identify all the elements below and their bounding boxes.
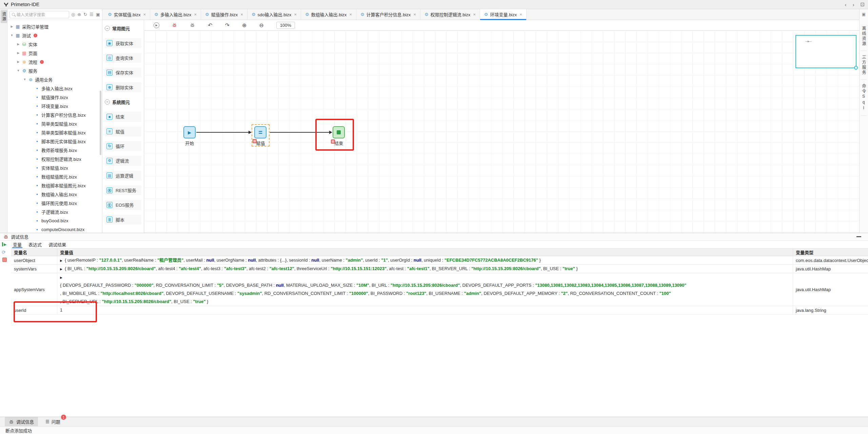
palette-item[interactable]: ⓇREST服务 — [105, 185, 141, 195]
variable-row[interactable]: systemVars▶{ BI_URL : "http://10.15.15.2… — [11, 265, 868, 273]
tree-item[interactable]: ●子逻辑流.bizx — [7, 207, 102, 216]
tree-item[interactable]: ●简单类型脚本赋值.bizx — [7, 128, 102, 137]
expand-arrow-icon[interactable]: ▶ — [17, 51, 20, 55]
nav-back-icon[interactable]: ‹ — [845, 2, 846, 7]
zoom-in-icon[interactable]: ⊕ — [242, 22, 246, 29]
collapse-icon[interactable]: − — [105, 26, 110, 31]
undo-icon[interactable]: ↶ — [208, 22, 212, 29]
palette-item[interactable]: ▥运算逻辑 — [105, 171, 141, 181]
run-icon[interactable]: ▶ — [154, 22, 159, 28]
column-variable-value[interactable]: 变量值 — [57, 249, 793, 256]
zoom-level[interactable]: 100% — [276, 22, 295, 29]
close-icon[interactable]: × — [349, 12, 352, 17]
right-rail-tab[interactable]: 三方服务 — [861, 51, 867, 80]
end-node[interactable] — [333, 126, 345, 138]
collapse-icon[interactable]: − — [105, 99, 110, 105]
close-icon[interactable]: × — [473, 12, 476, 17]
tree-item[interactable]: ●实体赋值.bizx — [7, 163, 102, 172]
close-icon[interactable]: × — [519, 12, 522, 17]
tree-item[interactable]: ●权限控制逻辑流.bizx — [7, 154, 102, 163]
palette-item[interactable]: ⒺEOS服务 — [105, 200, 141, 210]
breakpoint-icon[interactable] — [331, 139, 335, 144]
tree-item[interactable]: ●循环图元使用.bizx — [7, 199, 102, 207]
tree-item[interactable]: ●数组输入输出.bizx — [7, 190, 102, 199]
zoom-out-icon[interactable]: ⊖ — [259, 22, 263, 29]
tree-item[interactable]: ●脚本图元实体赋值.bizx — [7, 137, 102, 146]
copy-doc-icon[interactable]: ▣ — [96, 12, 100, 17]
assign-node[interactable]: = — [254, 126, 267, 138]
variable-row[interactable]: userId1java.lang.String — [11, 306, 868, 315]
palette-item[interactable]: ↻循环 — [105, 141, 141, 151]
flow-connector[interactable] — [196, 132, 250, 133]
tree-item[interactable]: ●赋值操作.bizx — [7, 93, 102, 101]
panel-tab[interactable]: ☰问题1 — [41, 417, 64, 426]
window-layout-icon[interactable]: ⊡ — [860, 1, 865, 7]
debug-tab[interactable]: 表达式 — [28, 241, 42, 248]
palette-item[interactable]: ▤保存实体 — [105, 68, 141, 77]
tree-item[interactable]: ●简单类型赋值.bizx — [7, 119, 102, 128]
refresh-icon[interactable]: ↻ — [83, 12, 87, 17]
editor-tab[interactable]: ⚙计算客户积分信息.bizx× — [356, 9, 420, 20]
variable-row[interactable]: userObject▶{ userRemoteIP : "127.0.0.1",… — [11, 256, 868, 265]
tree-item[interactable]: ▼▦测试! — [7, 31, 102, 40]
tree-item[interactable]: ●多输入输出.bizx — [7, 84, 102, 93]
resume-icon[interactable]: ▶ — [2, 242, 6, 246]
palette-item[interactable]: ⊗删除实体 — [105, 82, 141, 92]
variable-row[interactable]: appSystemVars▶{ DEVOPS_DEFAULT_PASSWORD … — [11, 273, 868, 306]
left-rail-tab-resources[interactable]: 资源 — [1, 10, 7, 23]
close-icon[interactable]: × — [294, 12, 297, 17]
palette-item[interactable]: ■结束 — [105, 112, 141, 121]
close-icon[interactable]: × — [143, 12, 146, 17]
expand-arrow-icon[interactable]: ▼ — [17, 69, 20, 72]
palette-item[interactable]: ◉获取实体 — [105, 38, 141, 48]
tree-item[interactable]: ●教师新增服务.bizx — [7, 146, 102, 154]
tree-item[interactable]: ▼⊚通用业务 — [7, 75, 102, 84]
debug-tab[interactable]: 变量 — [12, 241, 22, 248]
tree-item[interactable]: ●数组赋值图元.bizx — [7, 172, 102, 181]
redo-icon[interactable]: ↷ — [225, 22, 229, 29]
refresh-variables-icon[interactable]: ⟳ — [2, 250, 6, 254]
tree-item[interactable]: ●计算客户积分信息.bizx — [7, 110, 102, 119]
editor-tab[interactable]: ⚙数组输入输出.bizx× — [301, 9, 356, 20]
test-bug-icon[interactable] — [190, 22, 195, 28]
minimize-panel-icon[interactable] — [856, 236, 861, 237]
tree-item[interactable]: ▶⊛流程! — [7, 57, 102, 66]
expander-icon[interactable]: ▶ — [60, 267, 62, 271]
tree-item[interactable]: ▶⛁实体 — [7, 40, 102, 49]
minimap-handle-icon[interactable] — [854, 66, 858, 70]
debug-bug-icon[interactable] — [172, 22, 177, 28]
column-variable-name[interactable]: 变量名 — [11, 249, 57, 256]
close-icon[interactable]: × — [240, 12, 243, 17]
new-icon[interactable]: ⊕ — [77, 12, 81, 17]
editor-tab[interactable]: ⚙环境变量.bizx× — [480, 9, 527, 20]
canvas-grid[interactable]: ▶ 开始 = 赋值 结束 ·–▸–· — [144, 31, 859, 233]
tree-item[interactable]: ▶▦采购订单管理 — [7, 22, 102, 31]
expand-arrow-icon[interactable]: ▼ — [10, 34, 14, 37]
palette-item[interactable]: ◎查询实体 — [105, 53, 141, 63]
palette-section-header[interactable]: −系统图元 — [105, 97, 141, 107]
search-input[interactable]: 输入关键字搜索 — [9, 11, 69, 18]
breakpoint-icon[interactable] — [253, 139, 257, 143]
palette-item[interactable]: ⚙逻辑流 — [105, 156, 141, 166]
editor-tab[interactable]: ⚙权限控制逻辑流.bizx× — [420, 9, 480, 20]
expander-icon[interactable]: ▶ — [60, 259, 62, 262]
close-icon[interactable]: × — [413, 12, 416, 17]
flow-canvas[interactable]: ▶ ↶ ↷ ⊕ ⊖ 100% ▶ 开始 = — [144, 20, 859, 233]
editor-tab[interactable]: ⚙多输入输出.bizx× — [150, 9, 201, 20]
column-variable-type[interactable]: 变量类型 — [793, 249, 868, 256]
panel-tab[interactable]: 调试信息 — [5, 417, 38, 426]
editor-tab[interactable]: ⚙实体赋值.bizx× — [104, 9, 150, 20]
sort-icon[interactable]: ☰ — [90, 12, 94, 17]
terminate-icon[interactable] — [2, 258, 7, 262]
expander-icon[interactable]: ▶ — [60, 276, 62, 279]
tree-item[interactable]: ▼⚙服务 — [7, 66, 102, 75]
expand-arrow-icon[interactable]: ▶ — [17, 60, 20, 63]
flow-connector[interactable] — [270, 132, 330, 133]
panel-toggle-icon[interactable]: ▣ — [862, 12, 866, 17]
tree-item[interactable]: ●buyGood.bizx — [7, 216, 102, 225]
expand-arrow-icon[interactable]: ▶ — [17, 42, 20, 46]
palette-section-header[interactable]: −常用图元 — [105, 23, 141, 33]
expand-arrow-icon[interactable]: ▶ — [10, 25, 14, 28]
close-icon[interactable]: × — [194, 12, 197, 17]
palette-item[interactable]: =赋值 — [105, 127, 141, 136]
